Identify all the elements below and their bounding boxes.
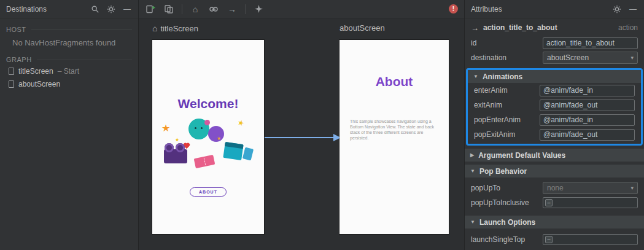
launchsingletop-label: launchSingleTop	[471, 235, 525, 244]
enteranim-input[interactable]	[540, 85, 635, 96]
graph-item-aboutscreen[interactable]: aboutScreen	[0, 77, 138, 90]
destination-value: aboutScreen	[547, 53, 589, 62]
deep-link-icon[interactable]	[208, 4, 219, 15]
popuptoinclusive-label: popUpToInclusive	[471, 198, 529, 207]
id-input[interactable]	[543, 37, 638, 49]
popuptoinclusive-field: –	[543, 197, 638, 208]
popupto-dropdown[interactable]: none ▾	[543, 182, 638, 194]
host-section-label: HOST	[0, 25, 138, 34]
pop-behavior-section-header[interactable]: ▼ Pop Behavior	[465, 165, 644, 178]
host-rule	[31, 29, 132, 30]
popuptoinclusive-row: popUpToInclusive –	[465, 195, 644, 210]
graph-item-label: aboutScreen	[18, 80, 60, 88]
screen-icon	[9, 68, 14, 75]
popuptoinclusive-checkbox[interactable]: –	[545, 199, 553, 206]
movie-illustration: ★ ★ ★ ★	[161, 119, 255, 178]
titlescreen-label[interactable]: ⌂ titleScreen	[152, 23, 198, 33]
canvas-area: ⌂ → ! ⌂ titleScreen Welcome! ★	[139, 0, 464, 250]
exitanim-input[interactable]	[540, 100, 635, 111]
collapse-triangle-icon: ▼	[470, 168, 475, 174]
add-action-icon[interactable]: →	[227, 4, 238, 15]
popupto-row: popUpTo none ▾	[465, 181, 644, 195]
auto-arrange-icon[interactable]	[253, 4, 264, 15]
enteranim-label: enterAnim	[474, 86, 508, 95]
popexitanim-input[interactable]	[540, 129, 635, 141]
graph-item-suffix: – Start	[58, 67, 79, 76]
action-name: action_title_to_about	[483, 23, 557, 32]
enteranim-row: enterAnim	[468, 83, 641, 98]
destinations-header: Destinations —	[0, 0, 138, 18]
toolbar-separator	[182, 4, 182, 14]
movie-camera-shape	[164, 149, 187, 163]
aboutscreen-label-text: aboutScreen	[339, 23, 385, 33]
about-body-text: This sample showcases navigation using a…	[350, 119, 438, 141]
exitanim-label: exitAnim	[474, 101, 502, 109]
about-heading: About	[339, 74, 449, 89]
argument-defaults-header-text: Argument Default Values	[478, 151, 565, 160]
book-shape	[242, 147, 254, 161]
aboutscreen-label[interactable]: aboutScreen	[339, 23, 385, 33]
popexitanim-row: popExitAnim	[468, 127, 641, 142]
titlescreen-label-text: titleScreen	[160, 24, 198, 33]
attributes-header-icons: —	[612, 4, 638, 14]
new-destination-icon[interactable]	[145, 4, 156, 15]
destination-dropdown[interactable]: aboutScreen ▾	[543, 52, 638, 64]
clapperboard-shape	[223, 142, 243, 160]
gear-icon[interactable]	[612, 4, 622, 14]
titlescreen-preview[interactable]: Welcome! ★ ★ ★ ★ ABOUT	[152, 40, 264, 234]
popupto-label: popUpTo	[471, 184, 500, 192]
graph-item-titlescreen[interactable]: titleScreen – Start	[0, 64, 138, 77]
destinations-header-icons: —	[90, 4, 132, 14]
chevron-down-icon: ▾	[630, 185, 634, 191]
screen-icon	[9, 80, 14, 88]
animations-header-text: Animations	[483, 72, 522, 81]
destinations-title: Destinations	[6, 5, 47, 14]
sun-star-shape: ★	[161, 122, 170, 134]
collapse-triangle-icon: ▼	[470, 219, 475, 225]
host-empty-message: No NavHostFragments found	[0, 34, 138, 49]
id-label: id	[471, 39, 476, 47]
popenteranim-row: popEnterAnim	[468, 112, 641, 127]
toolbar-separator	[245, 4, 246, 14]
welcome-heading: Welcome!	[152, 96, 264, 111]
launchsingletop-checkbox[interactable]: –	[545, 236, 553, 243]
chevron-down-icon: ▾	[630, 55, 634, 61]
launchsingletop-row: launchSingleTop –	[465, 232, 644, 247]
graph-section-label: GRAPH	[0, 55, 138, 64]
expand-triangle-icon: ▶	[470, 152, 474, 158]
aboutscreen-preview[interactable]: About This sample showcases navigation u…	[339, 40, 449, 234]
search-icon[interactable]	[90, 4, 100, 14]
attributes-panel: Attributes — → action_title_to_about act…	[464, 0, 644, 250]
error-icon[interactable]: !	[449, 4, 458, 14]
animations-section-header[interactable]: ▼ Animations	[468, 70, 641, 83]
popenteranim-label: popEnterAnim	[474, 115, 521, 124]
launch-options-section-header[interactable]: ▼ Launch Options	[465, 216, 644, 229]
destination-row: destination aboutScreen ▾	[465, 50, 644, 65]
attributes-title: Attributes	[471, 5, 502, 14]
pink-dot-shape	[204, 120, 210, 125]
star-shape: ★	[217, 136, 221, 141]
home-icon: ⌂	[152, 23, 157, 33]
destination-label: destination	[471, 53, 506, 62]
nested-graph-icon[interactable]	[163, 4, 174, 15]
action-arrow[interactable]	[265, 131, 341, 144]
attributes-header: Attributes —	[465, 0, 644, 18]
set-start-home-icon[interactable]: ⌂	[190, 4, 201, 15]
host-label: HOST	[6, 26, 26, 33]
purple-circle-shape	[208, 126, 224, 142]
graph-canvas[interactable]: ⌂ titleScreen Welcome! ★ ★ ★ ★	[139, 18, 464, 250]
gear-icon[interactable]	[106, 4, 116, 14]
navigation-editor: Destinations — HOST No NavHostFragments …	[0, 0, 644, 250]
minimize-icon[interactable]: —	[628, 4, 638, 14]
popenteranim-input[interactable]	[540, 114, 635, 126]
argument-defaults-section-header[interactable]: ▶ Argument Default Values	[465, 149, 644, 162]
exitanim-row: exitAnim	[468, 98, 641, 112]
graph-item-label: titleScreen	[18, 67, 53, 76]
pop-behavior-header-text: Pop Behavior	[479, 167, 527, 176]
popexitanim-label: popExitAnim	[474, 130, 515, 139]
animations-selection-box: ▼ Animations enterAnim exitAnim popEnter…	[466, 68, 643, 146]
star-shape: ★	[236, 118, 246, 128]
minimize-icon[interactable]: —	[122, 4, 132, 14]
star-shape: ★	[175, 137, 179, 143]
launch-options-header-text: Launch Options	[479, 218, 535, 227]
